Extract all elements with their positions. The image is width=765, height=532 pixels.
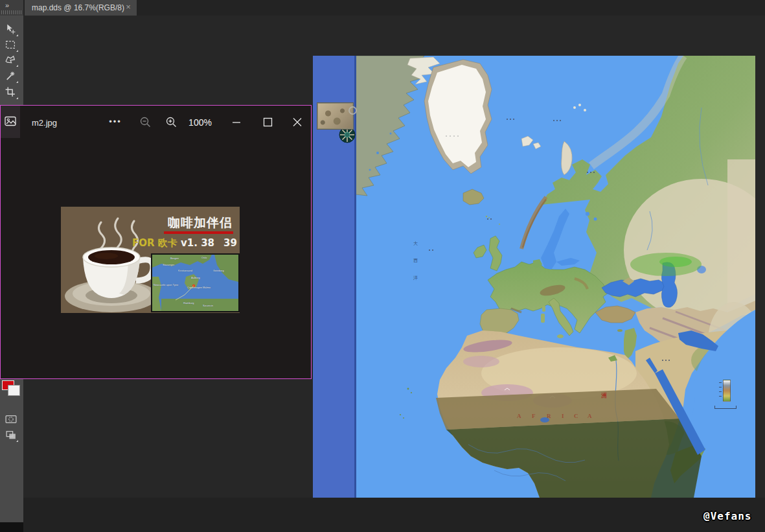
maximize-button[interactable] xyxy=(257,112,278,133)
watermark: @Vefans xyxy=(703,510,751,522)
map-scale-bar xyxy=(714,406,736,409)
thumb-city-label: Aalborg xyxy=(191,276,200,279)
africa-label-letter: A xyxy=(517,413,521,419)
overlay-label-char: 洲 xyxy=(601,391,607,400)
document-tab-title: map.dds @ 16.7%(RGB/8) xyxy=(32,3,124,12)
background-color-swatch[interactable] xyxy=(8,385,20,396)
photo-canvas[interactable]: 咖啡加伴侣 FOR 欧卡 v1. 383940 Bergen Oslo Stav… xyxy=(61,207,240,313)
legend-tick xyxy=(719,382,722,383)
screen-corner xyxy=(0,522,23,532)
tool-flyout-arrow xyxy=(16,97,18,99)
for-label: FOR 欧卡 xyxy=(132,237,177,249)
collapse-panels-icon[interactable]: » xyxy=(5,1,8,9)
polygonal-lasso-tool[interactable] xyxy=(5,54,19,68)
antique-map-icon xyxy=(317,102,354,130)
thumb-city-label: Hamburg xyxy=(183,301,194,305)
photo-headline: 咖啡加伴侣 xyxy=(166,214,234,231)
zoom-in-button[interactable] xyxy=(163,112,179,133)
magic-wand-tool[interactable] xyxy=(5,70,19,84)
thumb-city-label: Oslo xyxy=(201,256,207,259)
thumb-city-label: Newcastle upon Tyne xyxy=(154,283,178,286)
legend-tick xyxy=(719,396,722,397)
panel-header: » xyxy=(0,0,23,16)
see-all-photos-icon[interactable] xyxy=(4,115,17,128)
ring-icon xyxy=(348,106,357,115)
canvas-strip-border xyxy=(354,56,356,498)
photoshop-workspace: 大 西 洋 A F R I C A 洲 @Vefans xyxy=(0,0,765,532)
color-swatches[interactable] xyxy=(1,380,21,399)
africa-label-letter: R xyxy=(547,413,551,419)
tool-flyout-arrow xyxy=(16,50,18,52)
vegetation-patch xyxy=(630,253,702,276)
ocean-label-char: 洋 xyxy=(413,275,418,281)
viewer-left-panel xyxy=(1,106,20,138)
elevation-legend xyxy=(723,380,731,402)
tool-flyout-arrow xyxy=(16,81,18,83)
tab-close-icon[interactable]: × xyxy=(124,0,133,16)
thumb-city-label: Bergen xyxy=(170,257,179,260)
thumb-city-label: Szczecin xyxy=(203,304,213,307)
panel-grabber[interactable] xyxy=(1,10,21,14)
document-tab-bar: » map.dds @ 16.7%(RGB/8) × xyxy=(0,0,765,16)
tool-flyout-arrow xyxy=(16,34,18,36)
quick-mask-button[interactable] xyxy=(5,413,19,428)
photo-caption: FOR 欧卡 v1. 383940 xyxy=(132,237,236,249)
tool-flyout-arrow xyxy=(16,65,18,67)
thumb-city-label: Kristiansand xyxy=(178,269,192,272)
close-button[interactable] xyxy=(287,112,308,133)
thumb-city-label: Copenhagen Malmo xyxy=(187,286,211,289)
ocean-label-char: 大 xyxy=(413,241,418,246)
map-thumbnail: Bergen Oslo Stavanger Kristiansand Goteb… xyxy=(151,253,240,312)
more-options-button[interactable]: ••• xyxy=(104,112,126,133)
headline-underline xyxy=(164,231,233,234)
photo-viewer-window: m2.jpg ••• 100% xyxy=(0,105,312,379)
legend-tick xyxy=(719,387,722,387)
version-label: v1. 38 xyxy=(181,237,214,249)
ocean-label-char: 西 xyxy=(413,258,418,263)
africa-label-letter: I xyxy=(562,413,564,419)
coffee-cup-illustration xyxy=(61,211,165,313)
crop-tool[interactable] xyxy=(5,86,19,100)
pasteboard-bottom xyxy=(23,498,765,532)
africa-label-letter: C xyxy=(574,413,578,419)
africa-label-letter: A xyxy=(588,413,592,419)
viewer-window-title: m2.jpg xyxy=(32,118,57,128)
version-39: 39 xyxy=(223,237,237,249)
legend-tick xyxy=(719,391,722,392)
zoom-out-button[interactable] xyxy=(137,112,154,133)
minimize-button[interactable] xyxy=(226,112,247,133)
rectangular-marquee-tool[interactable] xyxy=(5,39,19,53)
map-document-canvas[interactable]: 大 西 洋 A F R I C A 洲 xyxy=(313,56,755,498)
tool-flyout-arrow xyxy=(16,440,18,442)
thumb-city-label: Stavanger xyxy=(163,263,174,266)
world-map-image xyxy=(313,56,755,498)
thumb-city-label: Goteborg xyxy=(213,269,224,272)
document-tab[interactable]: map.dds @ 16.7%(RGB/8) × xyxy=(25,0,137,16)
africa-label-letter: F xyxy=(532,413,536,419)
zoom-level-value[interactable]: 100% xyxy=(185,112,216,133)
screen-mode-button[interactable] xyxy=(5,429,19,443)
move-tool[interactable] xyxy=(5,23,19,38)
